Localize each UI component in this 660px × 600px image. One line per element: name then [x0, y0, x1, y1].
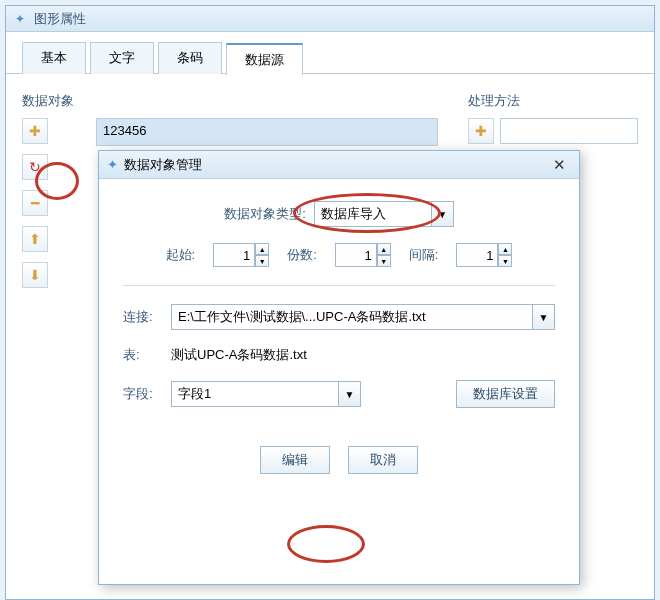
move-up-button[interactable]: ⬆ [22, 226, 48, 252]
copies-label: 份数: [287, 246, 317, 264]
dialog-titlebar: ✦ 数据对象管理 ✕ [99, 151, 579, 179]
conn-value: E:\工作文件\测试数据\...UPC-A条码数据.txt [178, 308, 426, 326]
data-list-item[interactable]: 123456 [96, 118, 438, 146]
dialog-icon: ✦ [107, 157, 118, 172]
start-input[interactable] [213, 243, 255, 267]
remove-button[interactable]: ━ [22, 190, 48, 216]
divider [123, 285, 555, 286]
type-label: 数据对象类型: [224, 205, 306, 223]
method-input[interactable] [500, 118, 638, 144]
spin-up-icon[interactable]: ▲ [377, 243, 391, 255]
window-title: 图形属性 [34, 10, 86, 28]
field-select[interactable]: 字段1 ▼ [171, 381, 361, 407]
move-down-button[interactable]: ⬇ [22, 262, 48, 288]
main-titlebar: ✦ 图形属性 [6, 6, 654, 32]
tab-barcode[interactable]: 条码 [158, 42, 222, 74]
copies-input[interactable] [335, 243, 377, 267]
edit-button[interactable]: 编辑 [260, 446, 330, 474]
interval-spinner[interactable]: ▲▼ [456, 243, 512, 267]
add-button[interactable]: ✚ [22, 118, 48, 144]
cancel-button[interactable]: 取消 [348, 446, 418, 474]
dialog-footer: 编辑 取消 [123, 446, 555, 474]
copies-spinner[interactable]: ▲▼ [335, 243, 391, 267]
start-label: 起始: [166, 246, 196, 264]
start-spinner[interactable]: ▲▼ [213, 243, 269, 267]
spin-up-icon[interactable]: ▲ [498, 243, 512, 255]
chevron-down-icon[interactable]: ▼ [338, 382, 360, 406]
spin-down-icon[interactable]: ▼ [498, 255, 512, 267]
add-method-button[interactable]: ✚ [468, 118, 494, 144]
tabbar: 基本 文字 条码 数据源 [6, 32, 654, 74]
app-icon: ✦ [12, 11, 28, 27]
type-select[interactable]: 数据库导入 ▼ [314, 201, 454, 227]
dialog-body: 数据对象类型: 数据库导入 ▼ 起始: ▲▼ 份数: ▲▼ 间隔: ▲▼ [99, 179, 579, 496]
field-label: 字段: [123, 385, 163, 403]
interval-label: 间隔: [409, 246, 439, 264]
table-label: 表: [123, 346, 163, 364]
tool-column: ✚ ↻ ━ ⬆ ⬇ [22, 118, 52, 288]
data-object-dialog: ✦ 数据对象管理 ✕ 数据对象类型: 数据库导入 ▼ 起始: ▲▼ 份数: ▲▼… [98, 150, 580, 585]
interval-input[interactable] [456, 243, 498, 267]
data-object-title: 数据对象 [22, 92, 438, 110]
type-value: 数据库导入 [321, 205, 386, 223]
spin-down-icon[interactable]: ▼ [377, 255, 391, 267]
chevron-down-icon[interactable]: ▼ [532, 305, 554, 329]
conn-select[interactable]: E:\工作文件\测试数据\...UPC-A条码数据.txt ▼ [171, 304, 555, 330]
db-settings-button[interactable]: 数据库设置 [456, 380, 555, 408]
tab-datasource[interactable]: 数据源 [226, 43, 303, 75]
refresh-button[interactable]: ↻ [22, 154, 48, 180]
process-method-title: 处理方法 [468, 92, 638, 110]
conn-label: 连接: [123, 308, 163, 326]
close-icon[interactable]: ✕ [547, 155, 571, 175]
spin-up-icon[interactable]: ▲ [255, 243, 269, 255]
dialog-title: 数据对象管理 [124, 156, 202, 174]
tab-basic[interactable]: 基本 [22, 42, 86, 74]
table-value: 测试UPC-A条码数据.txt [171, 346, 307, 364]
spin-down-icon[interactable]: ▼ [255, 255, 269, 267]
field-value: 字段1 [178, 385, 211, 403]
chevron-down-icon[interactable]: ▼ [431, 202, 453, 226]
tab-text[interactable]: 文字 [90, 42, 154, 74]
